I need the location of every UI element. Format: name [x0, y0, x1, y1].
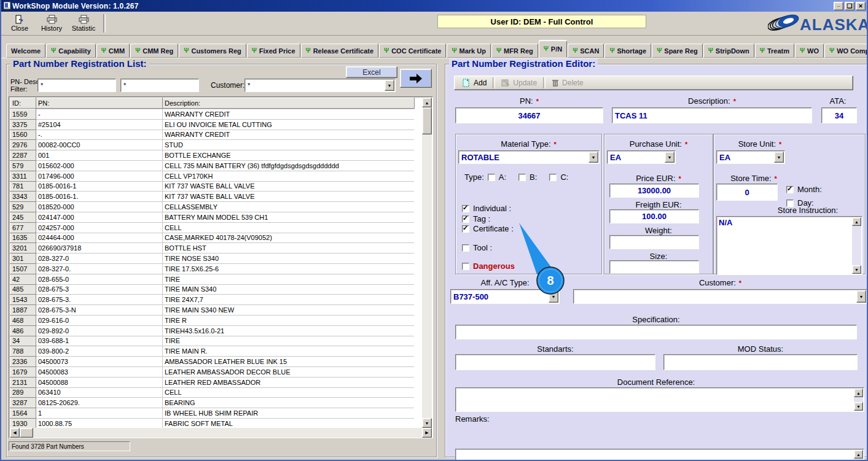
- table-row[interactable]: 1543028-675-3.TIRE 24X7,7: [10, 295, 415, 305]
- scroll-down-icon[interactable]: [854, 402, 863, 411]
- pn-input[interactable]: [455, 107, 603, 123]
- minimize-icon[interactable]: [834, 2, 843, 10]
- scroll-right-icon[interactable]: [422, 428, 432, 438]
- scroll-up-icon[interactable]: [854, 389, 863, 397]
- freight-input[interactable]: [609, 209, 699, 223]
- table-row[interactable]: 7810185-0016-1KIT 737 WASTE BALL VALVE: [10, 181, 415, 192]
- table-row[interactable]: 579015602-000CELL 735 MAIN BATTERY (36) …: [10, 160, 415, 171]
- tab-customers-reg[interactable]: Customers Reg: [179, 44, 246, 58]
- table-row[interactable]: 34039-688-1TIRE: [10, 336, 415, 346]
- tab-spare-reg[interactable]: Spare Reg: [652, 44, 703, 58]
- material-type-combo[interactable]: ROTABLE: [458, 150, 600, 164]
- go-arrow-button[interactable]: [400, 69, 432, 88]
- table-row[interactable]: 3201026690/37918BOTTLE HST: [10, 243, 415, 254]
- statistic-button[interactable]: Statistic: [69, 13, 98, 34]
- scroll-up-icon[interactable]: [422, 98, 432, 107]
- dangerous-checkbox[interactable]: [462, 263, 469, 270]
- table-row[interactable]: 1560-.WARRANTY CREDIT: [10, 130, 415, 140]
- table-row[interactable]: 3375#25104ELI OU INVOICE METAL CUTTING: [10, 119, 415, 130]
- textarea-scrollbar[interactable]: [854, 389, 863, 411]
- individual-checkbox[interactable]: [462, 205, 469, 212]
- restore-icon[interactable]: [845, 2, 854, 10]
- chevron-down-icon[interactable]: [665, 152, 674, 163]
- standarts-input[interactable]: [455, 354, 655, 370]
- desc-filter-input[interactable]: [120, 79, 199, 92]
- table-row[interactable]: 1507028-327-0.TIRE 17.5X6.25-6: [10, 263, 415, 274]
- tab-mfr-reg[interactable]: MFR Reg: [491, 44, 538, 58]
- horizontal-scrollbar[interactable]: [10, 428, 432, 438]
- pn-filter-input[interactable]: [37, 79, 116, 92]
- table-row[interactable]: 289063410CELL: [10, 387, 415, 398]
- mod-status-input[interactable]: [663, 354, 858, 370]
- table-row[interactable]: 788039-800-2TIRE MAIN R.: [10, 346, 415, 357]
- store-instruction-textarea[interactable]: N/A: [716, 216, 862, 275]
- vertical-scrollbar[interactable]: [422, 98, 432, 428]
- tab-cmm-reg[interactable]: CMM Reg: [130, 44, 178, 58]
- history-button[interactable]: History: [37, 13, 66, 34]
- type-c-checkbox[interactable]: [549, 174, 557, 181]
- table-row[interactable]: 213104500088LEATHER RED AMBASSADOR: [10, 377, 415, 387]
- store-time-input[interactable]: [716, 184, 778, 201]
- description-input[interactable]: [612, 107, 812, 123]
- customer-filter-combo[interactable]: *: [244, 79, 396, 92]
- tab-mark-up[interactable]: Mark Up: [447, 44, 491, 58]
- table-row[interactable]: 42028-655-0TIRE: [10, 274, 415, 284]
- table-row[interactable]: 2287001BOTTLE EXCHANGE: [10, 150, 415, 161]
- scroll-left-icon[interactable]: [10, 428, 20, 438]
- month-checkbox[interactable]: [786, 186, 794, 193]
- chevron-down-icon[interactable]: [588, 152, 598, 163]
- ata-input[interactable]: [821, 107, 857, 123]
- table-row[interactable]: 677024257-000CELL: [10, 222, 415, 233]
- chevron-down-icon[interactable]: [856, 290, 866, 303]
- table-row[interactable]: 529018520-000CELLASSEMBLY: [10, 202, 415, 212]
- table-row[interactable]: 245024147-000BATTERY MAIN MODEL 539 CH1: [10, 212, 415, 222]
- price-input[interactable]: [609, 184, 699, 198]
- tab-capability[interactable]: Capability: [46, 44, 96, 58]
- horizontal-scroll-thumb[interactable]: [20, 428, 33, 438]
- tab-coc-certificate[interactable]: COC Certificate: [379, 44, 446, 58]
- document-reference-textarea[interactable]: [455, 387, 864, 412]
- table-row[interactable]: 1887028-675-3-NTIRE MAIN S340 NEW: [10, 305, 415, 316]
- scroll-up-icon[interactable]: [854, 450, 863, 459]
- customer-combo[interactable]: [573, 289, 867, 304]
- table-row[interactable]: 33430185-0016-1.KIT 737 WASTE BALL VALVE: [10, 192, 415, 202]
- update-button[interactable]: Update: [498, 77, 541, 88]
- remarks-textarea[interactable]: [455, 449, 864, 461]
- tab-treatm[interactable]: Treatm: [755, 44, 794, 58]
- close-icon[interactable]: [856, 2, 866, 10]
- chevron-down-icon[interactable]: [385, 80, 394, 91]
- tab-p-n[interactable]: P/N: [539, 41, 567, 58]
- excel-button[interactable]: Excel: [346, 66, 397, 78]
- table-row[interactable]: 167904500083LEATHER AMBASSADOR DECOR BLU…: [10, 366, 415, 377]
- table-row[interactable]: 15641IB WHEEL HUB SHIM REPAIR: [10, 408, 415, 419]
- specification-input[interactable]: [455, 325, 857, 339]
- table-row[interactable]: 297600082-00CC0STUD: [10, 140, 415, 150]
- certificate-checkbox[interactable]: [462, 225, 469, 233]
- tab-fixed-price[interactable]: Fixed Price: [247, 44, 300, 58]
- size-input[interactable]: [609, 260, 699, 274]
- textarea-scrollbar[interactable]: [852, 217, 861, 274]
- table-row[interactable]: 301028-327-0TIRE NOSE S340: [10, 254, 415, 264]
- vertical-scroll-thumb[interactable]: [422, 107, 432, 134]
- type-b-checkbox[interactable]: [518, 174, 526, 181]
- tab-wo[interactable]: WO: [795, 44, 824, 58]
- table-row[interactable]: 328708125-20629.BEARING: [10, 398, 415, 408]
- tool-checkbox[interactable]: [462, 244, 469, 252]
- tab-welcome[interactable]: Welcome: [6, 44, 45, 58]
- table-row[interactable]: 1635024464-000CASE,MARKED 40178-24(V0905…: [10, 233, 415, 243]
- tab-cmm[interactable]: CMM: [96, 44, 130, 58]
- weight-input[interactable]: [609, 235, 699, 249]
- close-button[interactable]: Close: [5, 13, 34, 34]
- table-row[interactable]: 1559-WARRANTY CREDIT: [10, 109, 415, 120]
- tab-scan[interactable]: SCAN: [568, 44, 604, 58]
- chevron-down-icon[interactable]: [774, 152, 784, 163]
- tab-shortage[interactable]: Shortage: [604, 44, 651, 58]
- table-row[interactable]: 3311017496-000CELL VP170KH: [10, 171, 415, 181]
- type-a-checkbox[interactable]: [488, 174, 495, 181]
- delete-button[interactable]: Delete: [548, 77, 587, 88]
- table-row[interactable]: 486029-892-0TIREH43.5x16.0-21: [10, 325, 415, 336]
- table-row[interactable]: 19301000.88.75FABRIC SOFT METAL: [10, 418, 415, 428]
- scroll-up-icon[interactable]: [852, 217, 861, 226]
- add-button[interactable]: Add: [458, 77, 490, 88]
- table-row[interactable]: 485028-675-3TIRE MAIN S340: [10, 284, 415, 295]
